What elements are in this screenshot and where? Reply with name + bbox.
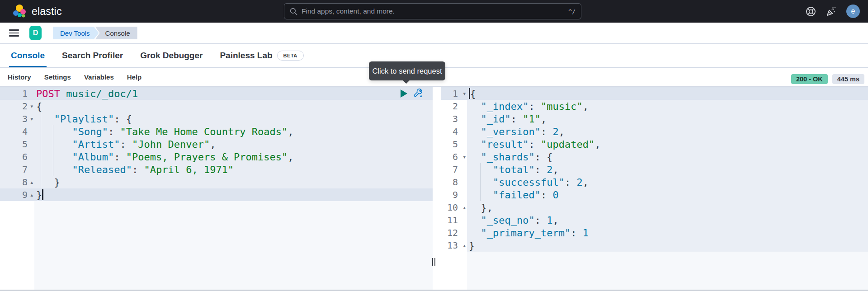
editor-empty-area[interactable] — [0, 201, 433, 291]
fold-toggle-icon[interactable]: ▴ — [30, 192, 33, 198]
code-token: "_index" — [481, 100, 529, 113]
code-text[interactable]: } — [467, 239, 868, 252]
code-text[interactable]: } — [34, 188, 433, 201]
tab-search-profiler[interactable]: Search Profiler — [58, 44, 127, 67]
code-text[interactable]: "failed": 0 — [467, 188, 868, 201]
request-editor[interactable]: 1POST music/_doc/12▾{3▾ "Playlist": {4 "… — [0, 87, 433, 291]
code-token — [469, 113, 481, 125]
code-token: "_id" — [481, 113, 511, 125]
code-token: { — [470, 88, 476, 100]
console-workspace: 1POST music/_doc/12▾{3▾ "Playlist": {4 "… — [0, 87, 868, 291]
settings-menu-item[interactable]: Settings — [44, 73, 71, 81]
code-line: 1▾{ — [441, 87, 868, 100]
tab-console[interactable]: Console — [7, 44, 48, 67]
code-token — [469, 126, 481, 138]
line-number: 2 — [441, 101, 467, 112]
code-text[interactable]: "total": 2, — [467, 163, 868, 176]
code-token: 1 — [547, 214, 552, 226]
code-text[interactable]: "_index": "music", — [467, 100, 868, 113]
code-token — [469, 176, 493, 188]
breadcrumb-dev-tools[interactable]: Dev Tools — [53, 27, 99, 39]
code-token — [36, 151, 72, 163]
wrench-icon[interactable] — [413, 89, 423, 98]
text-cursor — [42, 189, 43, 200]
code-token — [60, 88, 66, 100]
whats-new-icon[interactable] — [826, 6, 836, 17]
space-badge[interactable]: D — [29, 26, 42, 40]
header-actions: e — [806, 0, 868, 23]
code-text[interactable]: "_primary_term": 1 — [467, 226, 868, 239]
user-avatar[interactable]: e — [846, 5, 860, 18]
fold-toggle-icon[interactable]: ▾ — [463, 91, 466, 97]
code-text[interactable]: } — [34, 176, 433, 188]
code-token: "Playlist" — [54, 113, 114, 125]
help-icon[interactable] — [806, 6, 816, 17]
editor-empty-area[interactable] — [441, 252, 868, 291]
code-token: , — [288, 126, 293, 138]
fold-toggle-icon[interactable]: ▾ — [30, 103, 33, 109]
indent-guide — [480, 163, 481, 201]
code-token: "_seq_no" — [481, 214, 535, 226]
code-token: "Released" — [72, 164, 132, 176]
code-token: "_version" — [481, 126, 541, 138]
menu-icon[interactable] — [9, 29, 19, 37]
global-search-input[interactable]: Find apps, content, and more. ^/ — [284, 3, 581, 19]
code-text[interactable]: "Artist": "John Denver", — [34, 138, 433, 150]
code-token: "successful" — [493, 176, 565, 188]
code-text[interactable]: POST music/_doc/1 — [34, 87, 433, 100]
code-text[interactable]: }, — [467, 201, 868, 214]
line-number: 4 — [0, 126, 34, 137]
help-menu-item[interactable]: Help — [127, 73, 142, 81]
code-text[interactable]: "_seq_no": 1, — [467, 214, 868, 226]
line-number-gutter: 9 — [441, 188, 467, 201]
code-token: , — [552, 214, 558, 226]
tab-grok-debugger[interactable]: Grok Debugger — [137, 44, 206, 67]
code-line: 11 "_seq_no": 1, — [441, 214, 868, 226]
code-text[interactable]: "Released": "April 6, 1971" — [34, 163, 433, 176]
variables-menu-item[interactable]: Variables — [84, 73, 114, 81]
fold-toggle-icon[interactable]: ▾ — [463, 154, 466, 160]
line-number: 3 — [0, 113, 34, 124]
code-line: 3 "_id": "1", — [441, 113, 868, 125]
code-text[interactable]: "_shards": { — [467, 150, 868, 163]
code-token — [36, 138, 72, 150]
code-text[interactable]: "successful": 2, — [467, 176, 868, 188]
line-number-gutter: 3 — [441, 113, 467, 125]
code-token: "total" — [493, 164, 535, 176]
history-menu-item[interactable]: History — [8, 73, 31, 81]
code-token: , — [288, 151, 293, 163]
tab-label: Grok Debugger — [140, 51, 203, 61]
code-text[interactable]: { — [34, 100, 433, 113]
fold-toggle-icon[interactable]: ▴ — [30, 179, 33, 185]
resize-handle-icon[interactable] — [430, 257, 437, 266]
tooltip-text: Click to send request — [372, 67, 442, 75]
code-text[interactable]: "result": "updated", — [467, 138, 868, 150]
response-output[interactable]: 1▾{2 "_index": "music",3 "_id": "1",4 "_… — [441, 87, 868, 291]
code-token: : — [571, 227, 583, 239]
code-token: POST — [36, 88, 60, 100]
line-number-gutter: 8▴ — [0, 176, 34, 188]
code-line: 4 "Song": "Take Me Home Country Roads", — [0, 125, 433, 138]
fold-toggle-icon[interactable]: ▾ — [30, 116, 33, 122]
fold-toggle-icon[interactable]: ▴ — [463, 205, 466, 211]
line-number-gutter: 13▴ — [441, 239, 467, 252]
code-text[interactable]: "Playlist": { — [34, 113, 433, 125]
code-text[interactable]: "_version": 2, — [467, 125, 868, 138]
code-text[interactable]: "_id": "1", — [467, 113, 868, 125]
line-number: 8 — [441, 177, 467, 188]
line-number: 1 — [0, 88, 34, 99]
code-text[interactable]: "Song": "Take Me Home Country Roads", — [34, 125, 433, 138]
app-header: elastic Find apps, content, and more. ^/ — [0, 0, 868, 23]
tab-painless-lab[interactable]: Painless Lab BETA — [216, 44, 307, 67]
fold-toggle-icon[interactable]: ▴ — [463, 243, 466, 249]
code-text[interactable]: { — [467, 87, 868, 100]
line-number-gutter: 7 — [441, 163, 467, 176]
code-token: 2 — [547, 164, 552, 176]
tab-label: Painless Lab — [220, 51, 272, 61]
code-token — [469, 151, 481, 163]
send-request-button[interactable] — [401, 89, 407, 98]
code-token: : — [132, 164, 144, 176]
code-token: : — [541, 189, 553, 201]
code-text[interactable]: "Album": "Poems, Prayers & Promises", — [34, 150, 433, 163]
elastic-brand[interactable]: elastic — [0, 4, 62, 19]
